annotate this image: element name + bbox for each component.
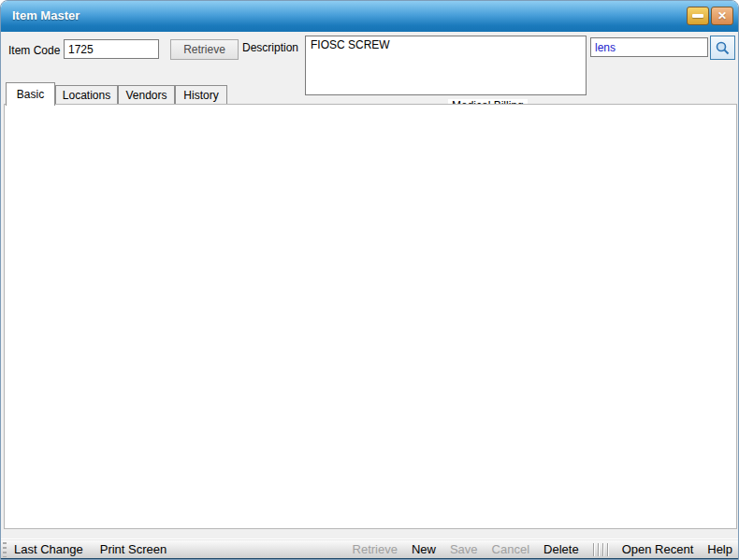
tab-history[interactable]: History	[175, 85, 227, 105]
item-master-window: Item Master Item Code Retrieve Descripti…	[0, 0, 739, 560]
search-icon	[715, 40, 731, 56]
statusbar-separator	[593, 543, 608, 556]
retrieve-button[interactable]: Retrieve	[170, 39, 239, 60]
tab-vendors[interactable]: Vendors	[118, 85, 175, 105]
save-button: Save	[450, 542, 478, 556]
window-title: Item Master	[12, 8, 80, 22]
description-label: Description	[242, 41, 298, 54]
delete-button[interactable]: Delete	[543, 542, 579, 556]
last-change-button[interactable]: Last Change	[14, 542, 83, 556]
cancel-button: Cancel	[492, 542, 529, 556]
help-button[interactable]: Help	[707, 542, 732, 556]
statusbar-grip-icon	[3, 542, 7, 557]
open-recent-button[interactable]: Open Recent	[622, 542, 694, 556]
minimize-button[interactable]	[687, 7, 709, 25]
description-textarea[interactable]: FIOSC SCREW	[305, 36, 587, 95]
retrieve-statusbar-button: Retrieve	[353, 542, 398, 556]
tab-locations[interactable]: Locations	[55, 85, 118, 105]
search-input[interactable]	[590, 37, 708, 57]
close-button[interactable]	[711, 7, 733, 25]
tab-basic[interactable]: Basic	[6, 82, 55, 106]
new-button[interactable]: New	[412, 542, 436, 556]
statusbar: Last Change Print Screen Retrieve New Sa…	[1, 538, 739, 560]
print-screen-button[interactable]: Print Screen	[100, 542, 167, 556]
search-button[interactable]	[710, 36, 735, 60]
titlebar: Item Master	[1, 1, 739, 32]
item-code-label: Item Code	[8, 44, 60, 57]
close-icon	[717, 9, 727, 22]
minimize-icon	[692, 14, 703, 18]
tab-page-basic	[4, 104, 737, 529]
item-code-input[interactable]	[64, 39, 159, 59]
